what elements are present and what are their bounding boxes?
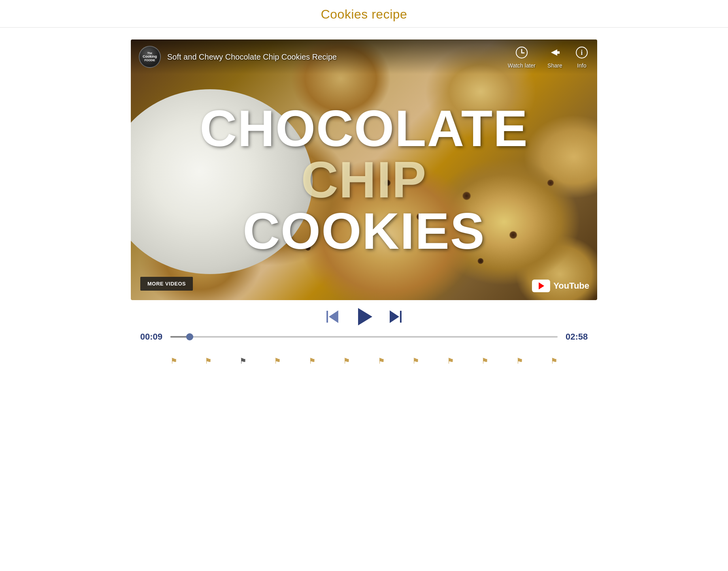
- playback-controls: [131, 308, 597, 325]
- info-button[interactable]: i Info: [574, 45, 589, 69]
- marker-flag-2: ⚑: [205, 356, 212, 366]
- info-label: Info: [577, 62, 586, 69]
- next-icon: [390, 310, 402, 323]
- overlay-line3: COOKIES: [131, 205, 597, 257]
- more-videos-button[interactable]: MORE VIDEOS: [140, 277, 193, 291]
- chapter-marker-11[interactable]: ⚑: [516, 356, 523, 366]
- marker-flag-11: ⚑: [516, 356, 523, 366]
- progress-knob[interactable]: [186, 333, 193, 340]
- progress-bar[interactable]: [170, 336, 558, 338]
- youtube-triangle: [539, 282, 544, 289]
- channel-logo-text: The Cooking FOODIE: [143, 52, 157, 62]
- total-time: 02:58: [566, 332, 593, 342]
- video-top-bar: The Cooking FOODIE Soft and Chewy Chocol…: [131, 39, 597, 74]
- current-time: 00:09: [135, 332, 162, 342]
- chapter-marker-10[interactable]: ⚑: [481, 356, 488, 366]
- video-player: CHOCOLATE CHIP COOKIES The Cooking FOODI…: [131, 39, 597, 300]
- info-icon: i: [574, 45, 589, 60]
- chapter-marker-2[interactable]: ⚑: [205, 356, 212, 366]
- overlay-line1: CHOCOLATE: [131, 103, 597, 154]
- channel-logo[interactable]: The Cooking FOODIE: [139, 46, 161, 68]
- svg-text:i: i: [581, 49, 583, 56]
- marker-flag-1: ⚑: [170, 356, 177, 366]
- marker-flag-9: ⚑: [447, 356, 454, 366]
- youtube-text: YouTube: [553, 281, 589, 291]
- prev-button[interactable]: [325, 310, 339, 324]
- controls-section: 00:09 02:58 ⚑ ⚑ ⚑ ⚑ ⚑ ⚑ ⚑ ⚑: [131, 300, 597, 366]
- marker-flag-5: ⚑: [309, 356, 316, 366]
- chapter-marker-7[interactable]: ⚑: [378, 356, 385, 366]
- chapter-marker-12[interactable]: ⚑: [551, 356, 558, 366]
- watch-later-icon: [514, 45, 529, 60]
- chapter-marker-8[interactable]: ⚑: [412, 356, 419, 366]
- watch-later-button[interactable]: Watch later: [508, 45, 536, 69]
- chapter-marker-3[interactable]: ⚑: [240, 356, 247, 366]
- marker-flag-12: ⚑: [551, 356, 558, 366]
- progress-section: 00:09 02:58: [131, 332, 597, 342]
- video-title: Soft and Chewy Chocolate Chip Cookies Re…: [167, 53, 508, 62]
- share-label: Share: [547, 62, 562, 69]
- play-button[interactable]: [355, 308, 373, 325]
- share-button[interactable]: Share: [547, 45, 562, 69]
- video-top-actions: Watch later Share i: [508, 45, 589, 69]
- marker-flag-3: ⚑: [240, 356, 247, 366]
- overlay-line2: CHIP: [131, 154, 597, 205]
- video-overlay-text: CHOCOLATE CHIP COOKIES: [131, 103, 597, 257]
- chapter-marker-5[interactable]: ⚑: [309, 356, 316, 366]
- chapter-marker-6[interactable]: ⚑: [343, 356, 350, 366]
- marker-flag-6: ⚑: [343, 356, 350, 366]
- prev-icon: [326, 310, 338, 323]
- video-thumbnail[interactable]: CHOCOLATE CHIP COOKIES The Cooking FOODI…: [131, 39, 597, 300]
- marker-flag-8: ⚑: [412, 356, 419, 366]
- watch-later-label: Watch later: [508, 62, 536, 69]
- play-icon: [358, 308, 372, 325]
- chapter-markers: ⚑ ⚑ ⚑ ⚑ ⚑ ⚑ ⚑ ⚑ ⚑ ⚑ ⚑ ⚑: [131, 350, 597, 366]
- marker-flag-4: ⚑: [274, 356, 281, 366]
- chapter-marker-4[interactable]: ⚑: [274, 356, 281, 366]
- youtube-logo: YouTube: [532, 280, 589, 292]
- youtube-play-icon: [532, 280, 550, 292]
- chapter-marker-1[interactable]: ⚑: [170, 356, 177, 366]
- chapter-marker-9[interactable]: ⚑: [447, 356, 454, 366]
- share-icon: [547, 45, 562, 60]
- marker-flag-7: ⚑: [378, 356, 385, 366]
- page-title: Cookies recipe: [0, 0, 728, 28]
- next-button[interactable]: [389, 310, 403, 324]
- marker-flag-10: ⚑: [481, 356, 488, 366]
